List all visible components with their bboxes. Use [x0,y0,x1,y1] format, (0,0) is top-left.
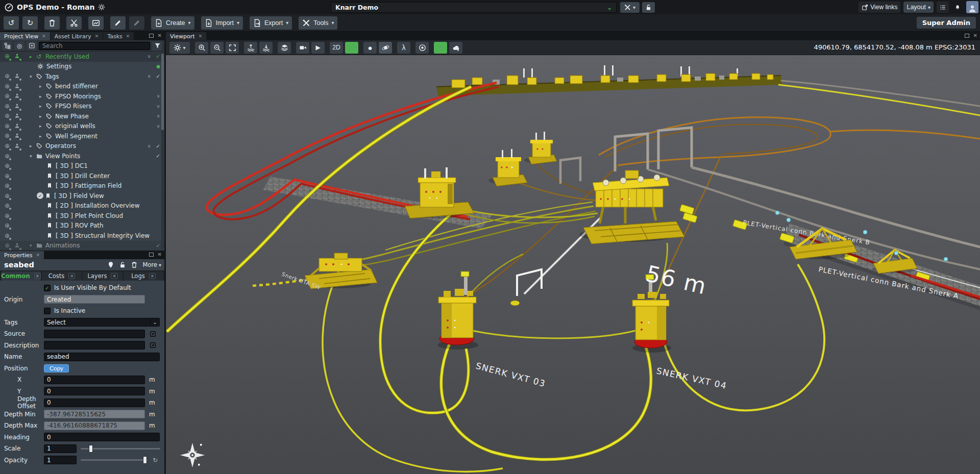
tree-item-operators[interactable]: ⊕ ▸ Operators »✓ [0,141,164,152]
include-icon[interactable]: ⊕ [5,163,10,169]
weather-button[interactable] [449,42,462,54]
chevron-right-icon[interactable]: ▸ [39,94,46,99]
person-visibility-icon[interactable] [14,143,20,149]
globe-button[interactable]: ● [363,42,377,54]
person-visibility-icon[interactable] [14,73,20,80]
check-icon[interactable]: ✓ [156,73,160,79]
view-3d-button[interactable]: 3D [345,42,358,54]
view-links-button[interactable]: View links [859,2,900,13]
close-panel-icon[interactable]: ✕ [973,33,977,38]
include-icon[interactable]: ⊕ [5,93,10,99]
tree-scrollbar-thumb[interactable] [161,54,164,130]
search-input[interactable] [39,42,150,50]
viewport-scene-3d[interactable]: PLET-Vertical conn Bark and Snerk B [166,55,980,474]
visible-by-default-checkbox[interactable]: ✓ [44,285,51,291]
depth-offset-field[interactable] [44,398,145,407]
scale-slider-handle[interactable] [89,445,93,453]
effects-button[interactable] [434,42,447,54]
close-icon[interactable]: ✕ [199,34,203,39]
tree-item-well-segment[interactable]: ⊕ ▸ Well Segment [0,131,164,141]
zoom-out-button[interactable] [210,42,224,54]
opacity-slider[interactable] [81,459,148,461]
close-panel-icon[interactable]: ✕ [158,33,162,38]
add-item-button[interactable] [27,41,37,51]
undo-button[interactable]: ↺ [4,16,19,30]
include-icon[interactable]: ⊕ [5,233,10,239]
check-icon[interactable]: ✓ [156,243,160,248]
tree-item-viewpoint-rov-path[interactable]: ⊕ [ 3D ] ROV Path [0,221,164,231]
chevron-right-icon[interactable]: ▸ [30,143,36,148]
chevron-right-icon[interactable]: ▸ [39,134,46,139]
chevron-right-icon[interactable]: ▸ [30,54,36,59]
project-tools-button[interactable]: ▾ [620,2,640,13]
check-icon[interactable]: ✓ [156,143,160,149]
person-visibility-icon[interactable] [14,83,20,90]
person-visibility-icon[interactable] [14,242,20,249]
tree-item-fpso-risers[interactable]: ⊕ ▸ FPSO Risers » [0,102,164,112]
tab-common[interactable]: Common✕ [1,271,41,281]
chevron-down-icon[interactable]: ▾ [30,154,36,159]
person-visibility-icon[interactable] [14,103,20,110]
go-to-surface-button[interactable] [244,42,257,54]
person-visibility-icon[interactable] [14,53,20,60]
check-icon[interactable]: ✓ [156,54,160,59]
tree-item-animations[interactable]: ⊕ ▾ Animations ✓ [0,241,164,251]
expand-all-icon[interactable]: » [146,74,153,78]
opacity-field[interactable] [44,456,77,464]
view-2d-button[interactable]: 2D [330,42,343,54]
tree-item-bend-stiffener[interactable]: ⊕ ▸ bend stiffener [0,82,164,92]
tree-scrollbar[interactable] [161,53,164,248]
tree-item-view-points[interactable]: ⊕ ▾ View Points ✓ [0,151,164,161]
trash-icon[interactable] [131,261,138,268]
scale-field[interactable] [44,444,77,453]
description-field[interactable] [44,341,145,350]
close-icon[interactable]: ✕ [95,34,99,39]
tab-properties[interactable]: Properties✕ [0,251,44,259]
edit-source-button[interactable] [147,329,158,338]
tab-asset-library[interactable]: Asset Library✕ [51,32,103,40]
delete-button[interactable] [44,16,60,30]
is-inactive-checkbox[interactable] [44,308,51,314]
include-icon[interactable]: ⊕ [5,222,10,229]
user-avatar[interactable] [966,1,978,13]
origin-field[interactable] [44,295,145,304]
zoom-in-button[interactable] [195,42,208,54]
tree-item-viewpoint-drill-center[interactable]: ⊕ [ 3D ] Drill Center [0,171,164,181]
tab-viewport[interactable]: Viewport✕ [166,32,206,40]
close-icon[interactable]: ✕ [34,273,41,279]
include-icon[interactable]: ⊕ [5,143,10,149]
tree-item-new-phase[interactable]: ⊕ ▸ New Phase » [0,111,164,121]
close-icon[interactable]: ✕ [126,34,130,39]
layers-button[interactable] [278,42,291,54]
chevron-right-icon[interactable]: ▸ [39,84,46,89]
tree-item-tags[interactable]: ⊕ ▾ Tags »✓ [0,71,164,82]
person-visibility-icon[interactable] [14,123,20,130]
viewport-settings-button[interactable]: ▾ [169,42,190,54]
tab-logs[interactable]: Logs✕ [124,271,163,281]
position-x-field[interactable] [44,376,145,384]
include-icon[interactable]: ⊕ [5,73,10,80]
tab-project-view[interactable]: Project View✕ [0,32,50,40]
check-icon[interactable]: ✓ [156,153,160,159]
include-icon[interactable]: ⊕ [5,103,10,110]
scale-slider[interactable] [81,448,160,450]
import-menu-button[interactable]: Import▾ [201,16,243,30]
tab-costs[interactable]: Costs✕ [42,271,82,281]
chevron-down-icon[interactable]: ▾ [30,74,36,79]
close-icon[interactable]: ✕ [36,253,40,258]
more-menu-button[interactable]: More▾ [142,261,161,268]
close-icon[interactable]: ✕ [111,273,117,279]
tools-menu-button[interactable]: Tools▾ [299,16,337,30]
expand-all-icon[interactable]: » [146,144,153,148]
heading-field[interactable] [44,433,160,441]
source-field[interactable] [44,330,145,338]
go-to-seabed-button[interactable] [259,42,273,54]
project-selector[interactable]: Knarr Demo ⌄ [331,2,617,13]
measure-button[interactable] [129,16,144,30]
app-settings-gear-icon[interactable] [98,4,105,11]
tree-item-viewpoint-fattigman-field[interactable]: ⊕ [ 3D ] Fattigman Field [0,181,164,191]
lock-icon[interactable] [119,261,126,268]
restore-panel-icon[interactable] [149,34,154,38]
copy-position-button[interactable]: Copy [44,364,69,372]
pin-icon[interactable] [107,261,114,268]
